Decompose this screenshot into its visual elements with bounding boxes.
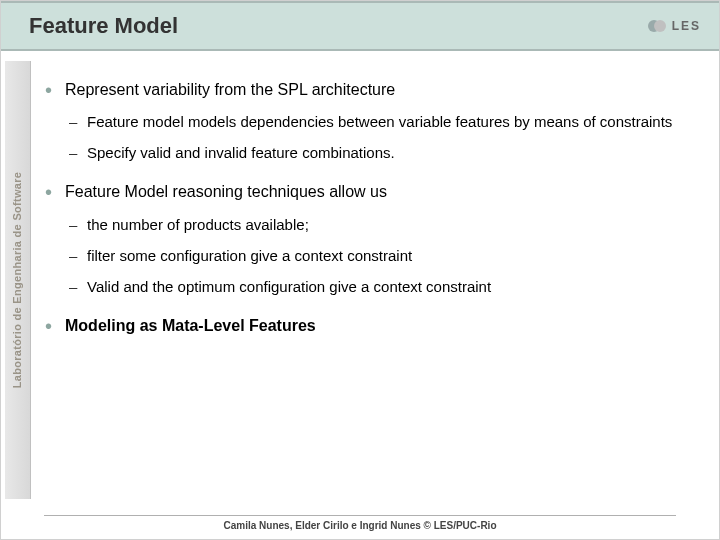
slide-footer: Camila Nunes, Elder Cirilo e Ingrid Nune… [1, 515, 719, 531]
bullet-1-sub-1: Feature model models dependencies betwee… [65, 111, 701, 132]
sidebar-strip: Laboratório de Engenharia de Software [5, 61, 31, 499]
slide-content: Represent variability from the SPL archi… [43, 61, 701, 494]
bullet-2: Feature Model reasoning techniques allow… [43, 181, 701, 296]
logo: LES [652, 19, 701, 33]
logo-text: LES [672, 19, 701, 33]
bullet-1-sub-2: Specify valid and invalid feature combin… [65, 142, 701, 163]
slide-title: Feature Model [29, 13, 178, 39]
bullet-1-text: Represent variability from the SPL archi… [65, 81, 395, 98]
footer-text: Camila Nunes, Elder Cirilo e Ingrid Nune… [1, 520, 719, 531]
sidebar-label: Laboratório de Engenharia de Software [12, 172, 24, 388]
bullet-3-text: Modeling as Mata-Level Features [65, 317, 316, 334]
footer-divider [44, 515, 676, 516]
bullet-2-sub-1: the number of products available; [65, 214, 701, 235]
logo-circles-icon [652, 20, 666, 32]
bullet-1: Represent variability from the SPL archi… [43, 79, 701, 163]
slide-header: Feature Model LES [1, 1, 719, 51]
bullet-2-text: Feature Model reasoning techniques allow… [65, 183, 387, 200]
bullet-2-sub-3: Valid and the optimum configuration give… [65, 276, 701, 297]
bullet-2-sub-2: filter some configuration give a context… [65, 245, 701, 266]
bullet-3: Modeling as Mata-Level Features [43, 315, 701, 337]
